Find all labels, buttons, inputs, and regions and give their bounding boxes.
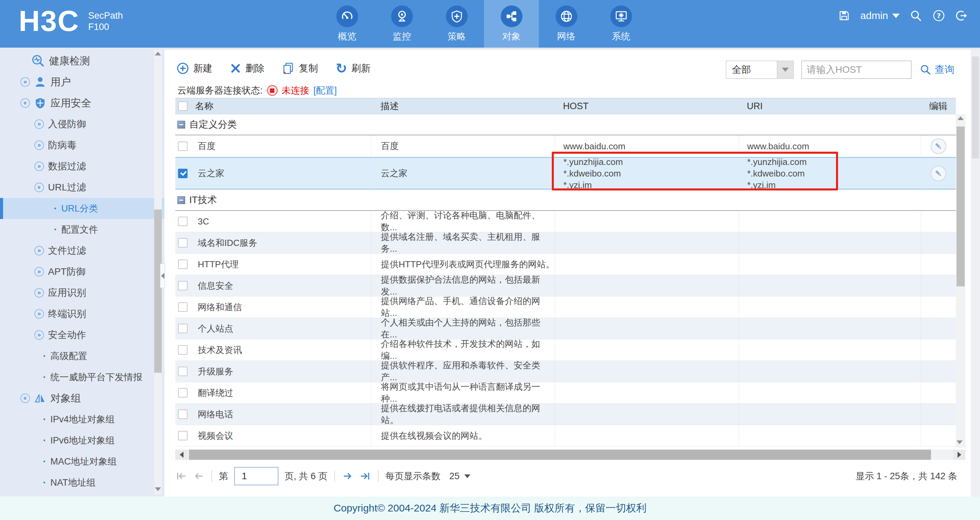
table-row[interactable]: 网络电话 提供在线拨打电话或者提供相关信息的网站。 <box>175 404 956 425</box>
page-number-input[interactable] <box>234 467 278 485</box>
sidebar-item-ipv4-group[interactable]: · IPv4地址对象组 <box>0 409 164 430</box>
copy-button[interactable]: 复制 <box>282 62 318 75</box>
collapse-group-icon[interactable] <box>177 121 185 128</box>
scroll-up-icon[interactable] <box>958 116 964 120</box>
row-checkbox[interactable] <box>178 409 188 419</box>
scroll-down-icon[interactable] <box>155 487 161 491</box>
table-row[interactable]: 翻译绕过 将网页或其中语句从一种语言翻译成另一种... <box>175 382 956 404</box>
prev-page-button[interactable] <box>192 471 205 482</box>
table-row-yunzhijia[interactable]: 云之家 云之家 *.yunzhijia.com *.kdweibo.com *.… <box>175 157 956 190</box>
sidebar-item-threat-intel[interactable]: · 统一威胁平台下发情报 <box>0 366 164 388</box>
query-button[interactable]: 查询 <box>920 63 955 76</box>
sidebar-item-apt-defense[interactable]: » APT防御 <box>0 261 164 282</box>
chevron-right-icon[interactable]: » <box>34 288 44 298</box>
chevron-right-icon[interactable]: » <box>34 141 44 150</box>
sidebar-item-file-filter[interactable]: » 文件过滤 <box>0 240 164 261</box>
group-row-custom[interactable]: 自定义分类 <box>175 114 956 135</box>
chevron-right-icon[interactable]: » <box>34 330 44 340</box>
sidebar-item-intrusion-prevention[interactable]: » 入侵防御 <box>0 114 164 135</box>
sidebar-item-nat-group[interactable]: · NAT地址组 <box>0 472 164 493</box>
sidebar-item-config-profile[interactable]: · 配置文件 <box>0 219 164 240</box>
chevron-right-icon[interactable]: » <box>34 246 44 255</box>
scroll-up-icon[interactable] <box>155 52 161 55</box>
sidebar-item-advanced-config[interactable]: · 高级配置 <box>0 346 164 366</box>
nav-tab-policy[interactable]: 策略 <box>429 0 484 48</box>
row-checkbox[interactable] <box>178 281 188 290</box>
chevron-right-icon[interactable]: » <box>34 309 44 319</box>
user-menu[interactable]: admin <box>860 10 900 21</box>
table-horizontal-scrollbar[interactable] <box>175 450 966 460</box>
sidebar-item-terminal-identify[interactable]: » 终端识别 <box>0 303 164 325</box>
row-checkbox[interactable] <box>178 238 188 247</box>
row-checkbox[interactable] <box>178 366 188 376</box>
chevron-down-icon[interactable]: » <box>21 98 30 108</box>
row-checkbox[interactable] <box>178 324 188 333</box>
sidebar-item-antivirus[interactable]: » 防病毒 <box>0 135 164 156</box>
nav-tab-system[interactable]: 系统 <box>593 0 649 48</box>
select-caret-button[interactable] <box>777 61 793 78</box>
sidebar-item-url-category[interactable]: · URL分类 <box>0 198 164 219</box>
scroll-down-icon[interactable] <box>956 441 963 444</box>
chevron-right-icon[interactable]: » <box>34 162 44 171</box>
next-page-button[interactable] <box>342 471 354 482</box>
row-checkbox[interactable] <box>178 388 188 398</box>
table-row[interactable]: 视频会议 提供在线视频会议的网站。 <box>175 425 956 447</box>
chevron-right-icon[interactable]: » <box>34 267 44 276</box>
row-checkbox[interactable] <box>178 431 188 441</box>
table-row[interactable]: 升级服务 提供软件程序、应用和杀毒软件、安全类产... <box>175 361 956 382</box>
row-checkbox[interactable] <box>178 302 188 312</box>
scrollbar-thumb[interactable] <box>189 450 931 460</box>
select-all-checkbox[interactable] <box>178 101 188 111</box>
logout-icon[interactable] <box>956 10 968 22</box>
last-page-button[interactable] <box>359 471 371 482</box>
sidebar-item-mac-group[interactable]: · MAC地址对象组 <box>0 451 164 472</box>
help-icon[interactable]: ? <box>932 9 945 22</box>
sidebar-collapse-handle[interactable] <box>160 263 165 288</box>
row-checkbox[interactable] <box>178 141 188 151</box>
sidebar-item-app-identify[interactable]: » 应用识别 <box>0 282 164 303</box>
edit-button[interactable] <box>931 138 946 154</box>
scroll-right-button[interactable] <box>953 450 966 460</box>
nav-tab-network[interactable]: 网络 <box>539 0 593 48</box>
table-row[interactable]: 3C 介绍、评测、讨论各种电脑、电脑配件、数... <box>175 211 956 232</box>
scrollbar-thumb[interactable] <box>972 57 979 159</box>
table-row[interactable]: 个人站点 个人相关或由个人主持的网站，包括那些在... <box>175 318 956 339</box>
sidebar-item-security-action[interactable]: » 安全动作 <box>0 325 164 346</box>
sidebar-item-url-filter[interactable]: » URL过滤 <box>0 177 164 198</box>
table-row[interactable]: 域名和IDC服务 提供域名注册、域名买卖、主机租用、服务... <box>175 232 956 254</box>
group-row-it[interactable]: IT技术 <box>175 190 956 211</box>
scrollbar-thumb[interactable] <box>956 127 965 286</box>
table-row-baidu[interactable]: 百度 百度 www.baidu.com www.baidu.com <box>175 135 956 157</box>
save-config-icon[interactable] <box>838 10 850 21</box>
chevron-right-icon[interactable]: » <box>21 77 30 87</box>
page-scrollbar[interactable] <box>971 50 980 496</box>
table-row[interactable]: 技术及资讯 介绍各种软件技术，开发技术的网站，如编... <box>175 339 956 361</box>
sidebar-item-health-check[interactable]: 健康检测 <box>0 50 164 71</box>
chevron-down-icon[interactable]: » <box>34 182 44 192</box>
sidebar-item-users[interactable]: » 用户 <box>0 71 164 92</box>
row-checkbox[interactable] <box>178 217 188 226</box>
row-checkbox[interactable] <box>178 345 188 355</box>
first-page-button[interactable] <box>175 471 188 482</box>
nav-tab-monitor[interactable]: 监控 <box>374 0 429 48</box>
filter-select[interactable]: 全部 <box>726 60 794 79</box>
delete-button[interactable]: 删除 <box>230 62 264 75</box>
nav-tab-objects[interactable]: 对象 <box>484 0 539 48</box>
global-search-icon[interactable] <box>910 10 922 22</box>
chevron-right-icon[interactable]: » <box>34 119 44 129</box>
new-button[interactable]: 新建 <box>177 62 212 75</box>
sidebar-item-app-security[interactable]: » 应用安全 <box>0 92 164 114</box>
sidebar-item-object-group[interactable]: » 对象组 <box>0 388 164 409</box>
table-vertical-scrollbar[interactable] <box>956 114 966 447</box>
collapse-group-icon[interactable] <box>177 196 185 204</box>
row-checkbox[interactable] <box>178 260 188 269</box>
chevron-down-icon[interactable] <box>464 474 471 478</box>
table-row[interactable]: HTTP代理 提供HTTP代理列表或网页代理服务的网站。 <box>175 254 956 275</box>
nav-tab-overview[interactable]: 概览 <box>320 0 374 48</box>
scrollbar-thumb[interactable] <box>154 209 162 373</box>
per-page-value[interactable]: 25 <box>449 471 460 482</box>
edit-button[interactable] <box>931 166 946 181</box>
host-search-input[interactable] <box>801 60 912 79</box>
sidebar-item-ipv6-group[interactable]: · IPv6地址对象组 <box>0 430 164 451</box>
table-row[interactable]: 网络和通信 提供网络产品、手机、通信设备介绍的网站... <box>175 296 956 318</box>
